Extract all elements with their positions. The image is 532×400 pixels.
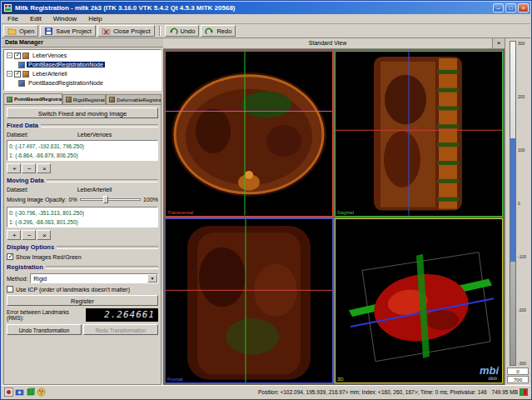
- moving-remove-point-button[interactable]: −: [22, 230, 36, 240]
- fixed-points-list[interactable]: 0: (-17.497, -192.631, 796.250) 1: (-6.8…: [7, 140, 158, 161]
- redo-transformation-button: Redo Transformation: [83, 324, 158, 335]
- level-window-scale: 300 200 100 0 -100 -200 -300: [518, 41, 526, 366]
- camera-icon[interactable]: [15, 388, 24, 397]
- minimize-button[interactable]: –: [493, 3, 504, 12]
- open-folder-icon: [7, 27, 17, 36]
- tree-node-pointbased-1[interactable]: PointBasedRegistrationNode: [5, 60, 160, 69]
- title-bar: Mitk Registration - mitk 2k3 (ITK 3.16.0…: [2, 2, 530, 14]
- moving-dataset-label: Dataset:: [7, 187, 28, 192]
- tab-rigid-registration[interactable]: RigidRegistration: [62, 94, 107, 104]
- landmark-tool-icon[interactable]: [4, 388, 13, 397]
- moving-add-point-button[interactable]: +: [7, 230, 21, 240]
- axial-viewport[interactable]: Transversal: [165, 51, 333, 217]
- close-folder-icon: [102, 27, 111, 36]
- moving-clear-points-button[interactable]: ×: [37, 230, 51, 240]
- tab-pointbased-registration[interactable]: PointBasedRegistration: [3, 93, 62, 104]
- chevron-down-icon[interactable]: ▼: [147, 274, 157, 282]
- opacity-max-label: 100%: [143, 197, 158, 202]
- data-tree[interactable]: − ✓ LeberVenoes PointBasedRegistrationNo…: [3, 49, 162, 91]
- registration-section-title: Registration: [7, 263, 158, 271]
- use-icp-label: Use ICP (order of landmarks doesn't matt…: [16, 287, 130, 292]
- fixed-point-item[interactable]: 1: (-6.864, -66.879, 806.250): [9, 151, 156, 160]
- save-project-button[interactable]: Save Project: [40, 25, 96, 37]
- close-button[interactable]: ×: [518, 3, 529, 12]
- level-window-slider[interactable]: [510, 41, 516, 366]
- image-node-icon: [22, 52, 29, 59]
- use-icp-checkbox[interactable]: [7, 286, 13, 292]
- app-icon: [3, 3, 12, 12]
- pointbased-tab-icon: [7, 97, 12, 102]
- redo-button[interactable]: Redo: [201, 25, 236, 37]
- fixed-clear-points-button[interactable]: ×: [37, 163, 51, 173]
- sagittal-ct-image: [336, 52, 502, 216]
- close-view-icon[interactable]: ×: [493, 38, 505, 48]
- level-value-field[interactable]: 0: [507, 368, 529, 375]
- menu-window[interactable]: Window: [47, 15, 82, 22]
- redo-arrow-icon: [205, 27, 214, 36]
- fixed-dataset-label: Dataset:: [7, 132, 28, 138]
- tab-deformable-registration[interactable]: DeformableRegistration: [106, 94, 162, 104]
- viewport-label: Transversal: [167, 210, 193, 215]
- maximize-button[interactable]: □: [505, 3, 516, 12]
- register-button[interactable]: Register: [7, 295, 158, 306]
- rigid-tab-icon: [66, 97, 72, 102]
- expander-icon[interactable]: −: [7, 71, 12, 77]
- fixed-data-section-title: Fixed Data: [7, 122, 158, 129]
- registration-tabbar: PointBasedRegistration RigidRegistration…: [3, 93, 162, 104]
- fixed-point-item[interactable]: 0: (-17.497, -192.631, 796.250): [9, 142, 156, 151]
- viewport-label: Sagittal: [337, 210, 354, 215]
- checkbox-checked[interactable]: ✓: [14, 71, 21, 78]
- sagittal-viewport[interactable]: Sagittal: [335, 51, 503, 217]
- slider-handle[interactable]: [103, 196, 108, 203]
- floppy-disk-icon: [44, 27, 53, 36]
- open-button[interactable]: Open: [3, 25, 38, 37]
- undo-button[interactable]: Undo: [165, 25, 200, 37]
- paint-palette-icon[interactable]: [37, 388, 46, 397]
- rms-lcd-display: 2.264661: [86, 308, 158, 322]
- menu-file[interactable]: File: [2, 15, 24, 22]
- axial-ct-image: [166, 52, 332, 216]
- menu-edit[interactable]: Edit: [24, 15, 47, 22]
- tree-node-leberarteriell[interactable]: − ✓ LeberArteriell: [5, 69, 160, 78]
- coronal-ct-image: [166, 219, 332, 383]
- close-project-button[interactable]: Close Project: [97, 25, 155, 37]
- menu-bar: File Edit Window Help: [2, 14, 530, 24]
- method-select[interactable]: Rigid ▼: [30, 273, 158, 283]
- threed-viewport[interactable]: 3D mbi dkfz.: [335, 218, 503, 384]
- undo-transformation-button[interactable]: Undo Transformation: [7, 324, 82, 335]
- fixed-dataset-value: LeberVenoes: [77, 132, 112, 138]
- expander-icon[interactable]: −: [7, 52, 12, 58]
- opacity-slider[interactable]: [80, 195, 141, 204]
- level-window-range[interactable]: [510, 138, 515, 261]
- method-value: Rigid: [33, 276, 47, 282]
- opacity-min-label: 0%: [69, 197, 77, 202]
- display-options-section-title: Display Options: [7, 243, 158, 251]
- status-bar: Position: <102.094, 195.939, 216.97> mm;…: [2, 385, 530, 398]
- tab-standard-view[interactable]: Standard View: [163, 38, 493, 48]
- view-tab-strip: Standard View ×: [163, 38, 505, 49]
- level-window-widget: 300 200 100 0 -100 -200 -300 0 700: [505, 38, 530, 385]
- fixed-remove-point-button[interactable]: −: [22, 163, 36, 173]
- pointset-node-icon: [18, 62, 25, 68]
- fixed-add-point-button[interactable]: +: [7, 163, 21, 173]
- coronal-viewport[interactable]: Frontal: [165, 218, 333, 384]
- checkbox-checked[interactable]: ✓: [14, 52, 21, 59]
- moving-point-item[interactable]: 0: (-30.796, -351.313, 801.250): [9, 208, 156, 218]
- moving-points-list[interactable]: 0: (-30.796, -351.313, 801.250) 1: (-9.2…: [7, 207, 158, 228]
- data-manager-title: Data Manager: [2, 38, 163, 48]
- main-toolbar: Open Save Project Close Project Undo Red…: [2, 24, 530, 38]
- show-red-green-checkbox[interactable]: ✓: [7, 253, 13, 260]
- cube-icon[interactable]: [26, 388, 35, 397]
- opacity-label: Moving Image Opacity:: [7, 197, 67, 202]
- tree-node-pointbased-2[interactable]: PointBasedRegistrationNode: [5, 78, 160, 88]
- image-node-icon: [22, 71, 29, 78]
- window-value-field[interactable]: 700: [507, 376, 529, 383]
- menu-help[interactable]: Help: [82, 15, 107, 22]
- viewport-label: Frontal: [167, 377, 183, 382]
- threed-scene-image: [336, 219, 502, 383]
- tree-node-lebervenoes[interactable]: − ✓ LeberVenoes: [5, 51, 160, 60]
- method-label: Method:: [7, 276, 27, 282]
- switch-fixed-moving-button[interactable]: Switch Fixed and moving Image: [7, 108, 158, 118]
- slider-track: [80, 198, 141, 201]
- moving-point-item[interactable]: 1: (-9.296, -68.063, 801.250): [9, 218, 156, 227]
